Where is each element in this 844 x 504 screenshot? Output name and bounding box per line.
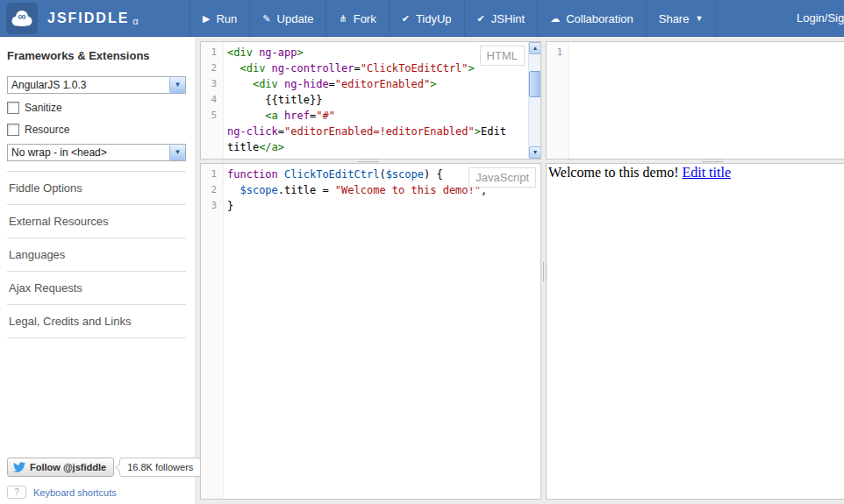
toolbar-menu: ▶Run✎Update⋔Fork✔TidyUp✔JSHint☁Collabora…	[190, 0, 716, 37]
scrollbar-thumb[interactable]	[529, 71, 540, 97]
menu-item-label: Share	[659, 12, 690, 25]
sidebar-section-ajax-requests[interactable]: Ajax Requests	[7, 271, 186, 304]
top-toolbar: ∞ JSFIDDLEα ▶Run✎Update⋔Fork✔TidyUp✔JSHi…	[0, 0, 844, 37]
menu-item-update[interactable]: ✎Update	[249, 0, 325, 37]
sidebar: Frameworks & Extensions AngularJS 1.0.3 …	[0, 37, 195, 504]
line-number: 5	[201, 108, 223, 124]
js-editor[interactable]: 123 function ClickToEditCtrl($scope) { $…	[201, 164, 540, 499]
line-number: 3	[201, 198, 223, 214]
alpha-badge: α	[132, 16, 138, 26]
css-editor-panel: 1	[546, 41, 844, 160]
sanitize-checkbox[interactable]	[7, 102, 19, 114]
menu-item-share[interactable]: Share▼	[646, 0, 717, 37]
scroll-up-icon[interactable]: ▲	[529, 42, 540, 54]
play-icon: ▶	[203, 14, 210, 24]
follow-jsfiddle-button[interactable]: Follow @jsfiddle	[7, 458, 114, 477]
js-panel-label: JavaScript	[468, 167, 536, 188]
line-number: 2	[201, 182, 223, 198]
sidebar-sections: Fiddle OptionsExternal ResourcesLanguage…	[7, 171, 186, 338]
menu-item-label: JSHint	[491, 12, 525, 25]
check-icon: ✔	[402, 14, 410, 24]
line-number	[201, 124, 223, 139]
fork-icon: ⋔	[339, 14, 347, 24]
code-line: <a href="#"	[227, 108, 540, 124]
html-editor-panel: 12345 <div ng-app> <div ng-controller="C…	[200, 41, 541, 160]
result-text: Welcome to this demo!	[548, 165, 682, 180]
vertical-resize-handle[interactable]	[541, 262, 547, 281]
html-editor-scrollbar[interactable]: ▲ ▼	[528, 42, 540, 159]
checkbox-label: Sanitize	[25, 102, 62, 114]
html-editor[interactable]: 12345 <div ng-app> <div ng-controller="C…	[201, 42, 540, 159]
wrap-select-value: No wrap - in <head>	[8, 146, 169, 159]
horizontal-resize-handle[interactable]	[702, 157, 723, 162]
checkbox-row-sanitize: Sanitize	[7, 100, 186, 116]
horizontal-resize-handle[interactable]	[358, 157, 379, 162]
jsfiddle-logo[interactable]: ∞	[6, 3, 38, 34]
code-line: {{title}}	[227, 92, 540, 108]
menu-item-run[interactable]: ▶Run	[190, 0, 249, 37]
menu-item-collaboration[interactable]: ☁Collaboration	[537, 0, 646, 37]
question-key-icon: ?	[7, 486, 26, 499]
keyboard-shortcuts-row: ? Keyboard shortcuts	[7, 486, 117, 499]
result-output: Welcome to this demo! Edit title	[547, 164, 844, 499]
html-panel-label: HTML	[480, 46, 525, 66]
menu-item-jshint[interactable]: ✔JSHint	[464, 0, 538, 37]
menu-item-fork[interactable]: ⋔Fork	[325, 0, 388, 37]
scroll-down-icon[interactable]: ▼	[529, 146, 540, 159]
pencil-icon: ✎	[262, 14, 270, 24]
line-number: 3	[201, 76, 223, 92]
line-number: 1	[201, 167, 223, 182]
framework-select[interactable]: AngularJS 1.0.3 ▼	[7, 76, 186, 94]
chevron-down-icon[interactable]: ▼	[169, 145, 185, 160]
wrap-select[interactable]: No wrap - in <head> ▼	[7, 144, 186, 161]
login-button[interactable]: Login/Sig	[797, 0, 844, 37]
twitter-follow-row: Follow @jsfiddle 16.8K followers	[7, 458, 201, 477]
menu-item-tidyup[interactable]: ✔TidyUp	[389, 0, 464, 37]
menu-item-label: Fork	[354, 12, 376, 25]
code-line	[573, 45, 844, 60]
twitter-bird-icon	[13, 462, 25, 472]
caret-down-icon: ▼	[695, 14, 703, 23]
app-title: JSFIDDLEα	[47, 0, 139, 37]
keyboard-shortcuts-link[interactable]: Keyboard shortcuts	[33, 487, 117, 498]
framework-select-value: AngularJS 1.0.3	[8, 79, 169, 91]
menu-item-label: Update	[277, 12, 314, 25]
infinity-icon: ∞	[6, 11, 38, 22]
frameworks-heading: Frameworks & Extensions	[7, 49, 186, 62]
chevron-down-icon[interactable]: ▼	[169, 77, 185, 93]
cloud-icon: ☁	[550, 14, 560, 24]
line-number: 1	[201, 45, 223, 60]
check-icon: ✔	[477, 14, 485, 24]
code-line: title</a>	[227, 139, 540, 155]
menu-item-label: Run	[216, 12, 237, 25]
css-code-area[interactable]	[569, 42, 844, 159]
code-line: <div ng-hide="editorEnabled">	[227, 76, 540, 92]
html-line-numbers: 12345	[201, 42, 224, 159]
line-number: 1	[547, 45, 569, 60]
resource-checkbox[interactable]	[7, 124, 19, 136]
css-line-numbers: 1	[547, 42, 569, 159]
menu-item-label: TidyUp	[416, 12, 452, 25]
css-editor[interactable]: 1	[547, 42, 844, 159]
sidebar-section-legal-credits-and-links[interactable]: Legal, Credits and Links	[7, 304, 186, 338]
sidebar-section-fiddle-options[interactable]: Fiddle Options	[7, 171, 186, 204]
framework-checkboxes: SanitizeResource	[7, 100, 186, 138]
checkbox-row-resource: Resource	[7, 122, 186, 138]
checkbox-label: Resource	[25, 124, 69, 136]
code-line: ng-click="editorEnabled=!editorEnabled">…	[227, 124, 540, 139]
js-code-area[interactable]: function ClickToEditCtrl($scope) { $scop…	[224, 164, 540, 499]
edit-title-link[interactable]: Edit title	[682, 165, 731, 180]
js-editor-panel: 123 function ClickToEditCtrl($scope) { $…	[200, 163, 541, 500]
sidebar-section-external-resources[interactable]: External Resources	[7, 204, 186, 238]
follow-button-label: Follow @jsfiddle	[30, 462, 106, 472]
followers-count-badge: 16.8K followers	[119, 458, 201, 477]
sidebar-section-languages[interactable]: Languages	[7, 238, 186, 271]
line-number: 2	[201, 60, 223, 76]
js-line-numbers: 123	[201, 164, 224, 499]
line-number: 4	[201, 92, 223, 108]
result-panel: Welcome to this demo! Edit title	[546, 163, 844, 500]
menu-item-label: Collaboration	[566, 12, 633, 25]
code-line: }	[227, 198, 540, 214]
line-number	[201, 139, 223, 155]
